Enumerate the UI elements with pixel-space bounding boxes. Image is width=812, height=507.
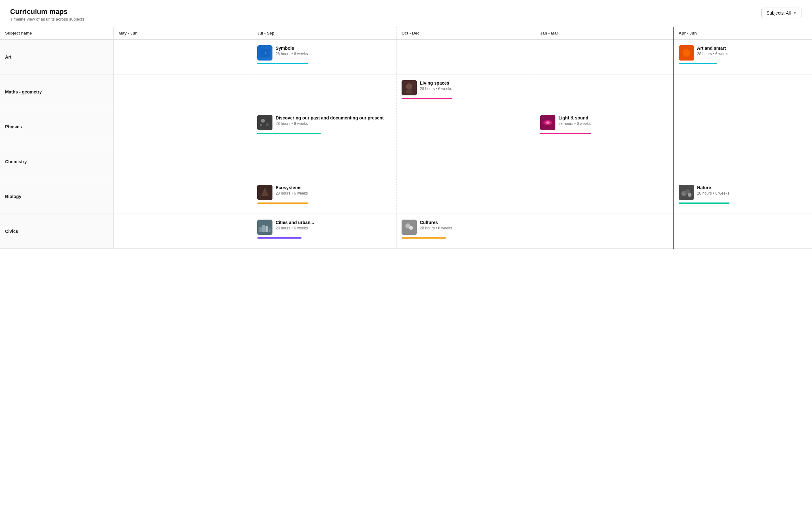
subject-name-cell: Civics: [0, 214, 113, 249]
unit-card[interactable]: Living spaces28 hours • 6 weeks: [402, 80, 452, 99]
table-row: PhysicsDiscovering our past and document…: [0, 109, 812, 144]
timeline-cell: [252, 74, 396, 109]
svg-rect-6: [406, 90, 412, 94]
timeline-cell: Cultures28 hours • 6 weeks: [396, 214, 535, 249]
timeline-cell: Discovering our past and documenting our…: [252, 109, 396, 144]
svg-rect-21: [259, 227, 262, 232]
timeline-cell: Nature28 hours • 6 weeks: [673, 179, 812, 214]
col-label-apr-jun: Apr - Jun: [679, 31, 697, 36]
timeline-cell: [396, 179, 535, 214]
timeline-cell: →Symbols28 hours • 6 weeks: [252, 40, 396, 74]
svg-text:→: →: [262, 50, 267, 55]
unit-meta: 28 hours • 6 weeks: [275, 121, 384, 126]
svg-point-10: [266, 123, 269, 126]
unit-card[interactable]: Nature28 hours • 6 weeks: [679, 185, 729, 204]
unit-progress-bar: [679, 203, 729, 204]
subject-label: Biology: [5, 194, 21, 199]
unit-progress-bar: [402, 98, 452, 99]
unit-card[interactable]: Discovering our past and documenting our…: [257, 115, 384, 134]
timeline-cell: [673, 214, 812, 249]
timeline-cell: [252, 144, 396, 179]
subject-label: Maths - geometry: [5, 89, 42, 95]
subject-name-cell: Physics: [0, 109, 113, 144]
timeline-cell: [535, 144, 673, 179]
unit-card[interactable]: Cities and urban...28 hours • 6 weeks: [257, 220, 314, 239]
timeline-cell: [113, 109, 252, 144]
col-label-subject: Subject name: [5, 31, 32, 36]
subject-name-cell: Maths - geometry: [0, 74, 113, 109]
unit-meta: 28 hours • 6 weeks: [275, 52, 308, 56]
svg-point-3: [682, 49, 690, 57]
timeline-cell: [113, 144, 252, 179]
page-header: Curriculum maps Timeline view of all uni…: [0, 0, 812, 27]
table-row: Art→Symbols28 hours • 6 weeksArt and sma…: [0, 40, 812, 74]
timeline-cell: [113, 74, 252, 109]
unit-thumbnail: →: [257, 45, 272, 60]
subjects-button-label: Subjects: All: [767, 10, 791, 15]
col-label-oct-dec: Oct - Dec: [402, 31, 420, 36]
col-header-oct-dec: Oct - Dec: [396, 27, 535, 40]
svg-rect-7: [257, 115, 272, 130]
unit-card[interactable]: Cultures28 hours • 6 weeks: [402, 220, 452, 239]
unit-title: Nature: [697, 185, 729, 190]
unit-card[interactable]: Ecosystems28 hours • 6 weeks: [257, 185, 308, 204]
unit-progress-bar: [257, 203, 308, 204]
subjects-filter-button[interactable]: Subjects: All ▼: [761, 8, 802, 18]
svg-rect-23: [265, 226, 268, 232]
timeline-cell: Ecosystems28 hours • 6 weeks: [252, 179, 396, 214]
col-label-may-jun: May - Jun: [119, 31, 138, 36]
unit-thumbnail: [257, 185, 272, 200]
unit-meta: 28 hours • 6 weeks: [559, 121, 591, 126]
timeline-cell: [535, 214, 673, 249]
unit-progress-bar: [257, 133, 321, 134]
timeline-cell: [396, 144, 535, 179]
timeline-cell: Light & sound28 hours • 6 weeks: [535, 109, 673, 144]
unit-thumbnail: [402, 80, 417, 95]
svg-rect-22: [262, 225, 265, 232]
timeline-cell: Cities and urban...28 hours • 6 weeks: [252, 214, 396, 249]
unit-thumbnail: [679, 185, 694, 200]
col-label-jan-mar: Jan - Mar: [540, 31, 558, 36]
col-label-jul-sep: Jul - Sep: [257, 31, 274, 36]
unit-progress-bar: [402, 237, 446, 239]
col-header-jan-mar: Jan - Mar: [535, 27, 673, 40]
unit-title: Cultures: [420, 220, 452, 225]
subject-name-cell: Art: [0, 40, 113, 74]
unit-title: Ecosystems: [275, 185, 308, 190]
unit-meta: 28 hours • 6 weeks: [420, 226, 452, 230]
timeline-header-row: Subject name May - Jun Jul - Sep Oct - D…: [0, 27, 812, 40]
unit-progress-bar: [257, 63, 308, 64]
unit-title: Discovering our past and documenting our…: [275, 115, 384, 121]
unit-card[interactable]: Light & sound28 hours • 6 weeks: [540, 115, 591, 134]
svg-rect-24: [269, 228, 270, 232]
unit-title: Art and smart: [697, 45, 729, 51]
timeline-cell: [113, 214, 252, 249]
col-header-may-jun: May - Jun: [113, 27, 252, 40]
unit-card[interactable]: Art and smart28 hours • 6 weeks: [679, 45, 729, 64]
unit-card[interactable]: →Symbols28 hours • 6 weeks: [257, 45, 308, 64]
svg-point-8: [261, 119, 265, 123]
unit-thumbnail: [257, 220, 272, 235]
table-row: CivicsCities and urban...28 hours • 6 we…: [0, 214, 812, 249]
col-header-subject: Subject name: [0, 27, 113, 40]
unit-progress-bar: [679, 63, 717, 64]
svg-rect-9: [260, 124, 262, 126]
subject-label: Physics: [5, 124, 22, 129]
unit-meta: 28 hours • 6 weeks: [420, 87, 452, 91]
svg-point-27: [409, 226, 413, 230]
unit-title: Cities and urban...: [275, 220, 314, 225]
subject-name-cell: Biology: [0, 179, 113, 214]
curriculum-timeline: Subject name May - Jun Jul - Sep Oct - D…: [0, 27, 812, 249]
subject-label: Civics: [5, 229, 18, 234]
subject-name-cell: Chemistry: [0, 144, 113, 179]
timeline-cell: [113, 179, 252, 214]
timeline-cell: [535, 179, 673, 214]
unit-meta: 28 hours • 6 weeks: [697, 191, 729, 195]
page-title: Curriculum maps: [10, 8, 84, 16]
unit-title: Living spaces: [420, 80, 452, 86]
timeline-cell: [396, 40, 535, 74]
page-subtitle: Timeline view of all units across subjec…: [10, 17, 84, 21]
unit-thumbnail: [257, 115, 272, 130]
unit-thumbnail: [402, 220, 417, 235]
timeline-cell: [673, 109, 812, 144]
